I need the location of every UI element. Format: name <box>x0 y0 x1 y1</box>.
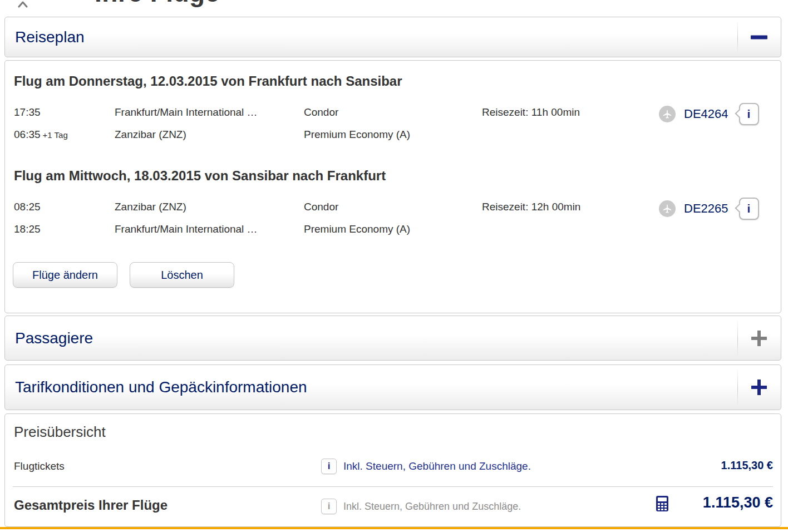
carrier: Condor <box>304 103 482 125</box>
flight-segment: 08:25 Zanzibar (ZNZ) Condor Reisezeit: 1… <box>5 198 781 239</box>
plus-icon <box>751 331 767 346</box>
flugtickets-label: Flugtickets <box>14 460 65 472</box>
change-flights-button[interactable]: Flüge ändern <box>13 262 117 288</box>
flight-ref: DE4264 i <box>659 103 781 125</box>
accent-bar <box>0 527 788 529</box>
flight-number: DE2265 <box>684 199 728 218</box>
price-overview-title: Preisübersicht <box>14 422 106 442</box>
divider <box>13 486 773 487</box>
cabin-class: Premium Economy (A) <box>304 125 482 145</box>
arrival-time: 06:35+1 Tag <box>14 125 115 145</box>
departure-airport: Zanzibar (ZNZ) <box>115 198 304 220</box>
reiseplan-title: Reiseplan <box>15 28 85 46</box>
airplane-icon <box>659 200 676 217</box>
plus-icon <box>751 380 767 395</box>
tarif-title: Tarifkonditionen und Gepäckinformationen <box>15 378 307 396</box>
time-text: 08:25 <box>14 201 41 213</box>
booking-page: Ihre Flüge Reiseplan Flug am Donnerstag,… <box>0 0 788 532</box>
flugtickets-amount: 1.115,30 € <box>721 459 773 472</box>
tarif-expand-button[interactable] <box>737 365 781 410</box>
info-icon[interactable]: i <box>321 499 337 514</box>
section-passagiere-header: Passagiere <box>4 316 781 361</box>
passagiere-expand-button[interactable] <box>737 316 781 360</box>
departure-airport: Frankfurt/Main International … <box>115 103 304 125</box>
empty-cell <box>654 220 781 239</box>
chevron-up-icon[interactable] <box>17 0 29 10</box>
section-reiseplan-header: Reiseplan <box>4 17 781 57</box>
empty-cell <box>482 220 654 239</box>
travel-duration: Reisezeit: 12h 00min <box>482 198 654 220</box>
arrival-airport: Zanzibar (ZNZ) <box>115 125 304 145</box>
itinerary-panel: Flug am Donnerstag, 12.03.2015 von Frank… <box>4 60 781 313</box>
departure-time: 17:35 <box>14 103 115 125</box>
delete-button[interactable]: Löschen <box>130 262 234 288</box>
time-text: 18:25 <box>14 223 41 235</box>
total-price-amount: 1.115,30 € <box>703 494 773 511</box>
flight-heading: Flug am Donnerstag, 12.03.2015 von Frank… <box>5 72 781 90</box>
itinerary-actions: Flüge ändern Löschen <box>13 262 781 288</box>
empty-cell <box>654 125 781 145</box>
flight-info-bubble-icon[interactable]: i <box>739 103 759 125</box>
tax-note: Inkl. Steuern, Gebühren und Zuschläge. <box>343 460 531 472</box>
time-text: 06:35 <box>14 129 41 140</box>
time-text: 17:35 <box>14 106 41 118</box>
minus-icon <box>751 35 767 39</box>
cabin-class: Premium Economy (A) <box>304 220 482 239</box>
flight-info-bubble-icon[interactable]: i <box>739 198 759 220</box>
info-icon[interactable]: i <box>321 459 337 474</box>
arrival-time: 18:25 <box>14 220 115 239</box>
section-tarif-header: Tarifkonditionen und Gepäckinformationen <box>4 364 781 410</box>
airplane-icon <box>659 106 676 122</box>
carrier: Condor <box>304 198 482 220</box>
page-title: Ihre Flüge <box>95 0 220 8</box>
flight-ref: DE2265 i <box>659 198 781 220</box>
total-price-label: Gesamtpreis Ihrer Flüge <box>14 497 168 513</box>
price-panel: Preisübersicht Flugtickets i Inkl. Steue… <box>4 413 781 527</box>
passagiere-title: Passagiere <box>15 329 93 347</box>
arrival-airport: Frankfurt/Main International … <box>115 220 304 239</box>
calculator-icon[interactable] <box>655 495 669 514</box>
travel-duration: Reisezeit: 11h 00min <box>482 103 654 125</box>
next-day-tag: +1 Tag <box>43 130 68 140</box>
flight-heading: Flug am Mittwoch, 18.03.2015 von Sansiba… <box>5 167 781 185</box>
empty-cell <box>482 125 654 145</box>
flight-number: DE4264 <box>684 105 728 124</box>
flight-segment: 17:35 Frankfurt/Main International … Con… <box>5 103 781 145</box>
total-tax-note: Inkl. Steuern, Gebühren und Zuschläge. <box>343 501 521 513</box>
cropped-header-strip: Ihre Flüge <box>0 0 788 16</box>
reiseplan-collapse-button[interactable] <box>737 17 781 57</box>
departure-time: 08:25 <box>14 198 115 220</box>
